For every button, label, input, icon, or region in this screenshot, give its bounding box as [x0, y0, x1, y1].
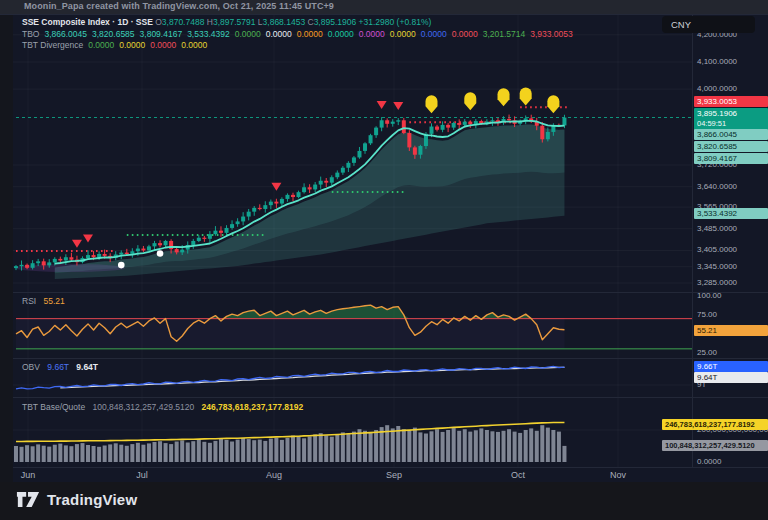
- currency-button[interactable]: CNY: [662, 16, 755, 33]
- obv-badge: 9.66T: [694, 361, 768, 372]
- tbo-value: 3,809.4167: [140, 29, 183, 39]
- tbt-divergence-value: 0.0000: [150, 40, 176, 50]
- tbt-legend[interactable]: TBT Base/Quote 100,848,312,257,429.5120 …: [22, 402, 303, 412]
- rsi-tick: 75.00: [697, 310, 717, 319]
- rsi-tick: 100.00: [697, 291, 721, 300]
- price-tick: 3,640.0000: [697, 182, 737, 191]
- tradingview-logo[interactable]: TradingView: [16, 491, 137, 508]
- footer: TradingView: [0, 482, 768, 520]
- tbt-base-badge: 100,848,312,257,429.5120: [662, 440, 768, 451]
- obv-signal-value: 9.64T: [76, 362, 98, 372]
- tbt-divergence-value: 0.0000: [119, 40, 145, 50]
- tbt-base-value: 100,848,312,257,429.5120: [93, 402, 195, 412]
- tbt-quote-badge: 246,783,618,237,177.8192: [662, 419, 768, 430]
- price-tick: 4,000.0000: [697, 84, 737, 93]
- tbo-value: 3,933.0053: [530, 29, 573, 39]
- bar-countdown: 04:59:51: [697, 119, 768, 129]
- legend: SSE Composite Index · 1D · SSE O3,870.74…: [22, 17, 573, 52]
- open-label: O: [155, 17, 162, 27]
- tbo-value: 0.0000: [297, 29, 323, 39]
- rsi-tick: 25.00: [697, 348, 717, 357]
- tbo-values: 3,866.00453,820.65853,809.41673,533.4392…: [39, 29, 572, 39]
- price-tick: 3,285.0000: [697, 278, 737, 287]
- pane-divider-rsi[interactable]: [13, 292, 768, 293]
- open-value: 3,870.7488: [162, 17, 205, 27]
- price-tick: 4,100.0000: [697, 57, 737, 66]
- time-axis-divider: [13, 467, 768, 468]
- tbo-value: 0.0000: [359, 29, 385, 39]
- high-value: 3,897.5791: [213, 17, 256, 27]
- price-tick: 3,485.0000: [697, 224, 737, 233]
- price-axis-divider: [692, 14, 693, 467]
- obv-value: 9.66T: [47, 362, 69, 372]
- chart-canvas[interactable]: [13, 14, 692, 467]
- change-value: +31.2980 (+0.81%): [359, 17, 432, 27]
- rsi-legend[interactable]: RSI 55.21: [22, 296, 65, 306]
- pane-divider-obv[interactable]: [13, 358, 768, 359]
- rsi-label: RSI: [22, 296, 36, 306]
- price-badge-high: 3,933.0053: [694, 96, 768, 107]
- tbo-badge-2: 3,820.6585: [694, 141, 768, 152]
- tbt-quote-value: 246,783,618,237,177.8192: [202, 402, 304, 412]
- low-value: 3,868.1453: [263, 17, 306, 27]
- month-label: Jun: [21, 470, 36, 480]
- obv-legend[interactable]: OBV 9.66T 9.64T: [22, 362, 98, 372]
- tbo-badge-1: 3,866.0045: [694, 129, 768, 140]
- legend-tbt-divergence-row[interactable]: TBT Divergence0.00000.00000.00000.0000: [22, 40, 573, 52]
- close-value: 3,895.1906: [314, 17, 357, 27]
- tbo-badge-4: 3,533.4392: [694, 208, 768, 219]
- month-label: Sep: [386, 470, 402, 480]
- month-label: Aug: [266, 470, 282, 480]
- tbt-tick: 0.0000: [697, 457, 721, 466]
- tbt-divergence-label: TBT Divergence: [22, 40, 83, 50]
- tbo-value: 0.0000: [328, 29, 354, 39]
- tbt-divergence-value: 0.0000: [88, 40, 114, 50]
- left-margin: [0, 14, 13, 482]
- price-tick: 3,405.0000: [697, 245, 737, 254]
- rsi-value: 55.21: [44, 296, 65, 306]
- obv-signal-badge: 9.64T: [694, 372, 768, 383]
- tbo-value: 0.0000: [266, 29, 292, 39]
- month-label: Nov: [610, 470, 626, 480]
- tbo-value: 0.0000: [390, 29, 416, 39]
- tbt-label: TBT Base/Quote: [22, 402, 85, 412]
- tbo-value: 0.0000: [235, 29, 261, 39]
- obv-label: OBV: [22, 362, 40, 372]
- tbo-value: 3,866.0045: [44, 29, 87, 39]
- tbo-value: 3,820.6585: [92, 29, 135, 39]
- tbt-divergence-value: 0.0000: [181, 40, 207, 50]
- tbo-value: 3,533.4392: [187, 29, 230, 39]
- tradingview-brand-text: TradingView: [47, 491, 137, 508]
- month-label: Oct: [511, 470, 525, 480]
- tbo-label: TBO: [22, 29, 39, 39]
- tbo-value: 0.0000: [421, 29, 447, 39]
- pane-divider-tbt[interactable]: [13, 397, 768, 398]
- header-divider: [0, 14, 768, 15]
- rsi-badge: 55.21: [694, 325, 768, 336]
- tbo-value: 3,201.5714: [483, 29, 526, 39]
- symbol-title: SSE Composite Index · 1D · SSE: [22, 17, 153, 27]
- month-label: Jul: [136, 470, 148, 480]
- legend-tbo-row[interactable]: TBO3,866.00453,820.65853,809.41673,533.4…: [22, 29, 573, 41]
- price-axis[interactable]: [692, 14, 768, 467]
- watermark-text: Moonin_Papa created with TradingView.com…: [24, 1, 334, 11]
- legend-symbol-row[interactable]: SSE Composite Index · 1D · SSE O3,870.74…: [22, 17, 573, 29]
- tbt-divergence-values: 0.00000.00000.00000.0000: [83, 40, 207, 50]
- tbo-badge-3: 3,809.4167: [694, 153, 768, 164]
- tradingview-logo-icon: [16, 491, 40, 508]
- last-price-badge: 3,895.1906 04:59:51: [694, 108, 768, 130]
- last-price-value: 3,895.1906: [697, 109, 768, 119]
- tbo-value: 0.0000: [452, 29, 478, 39]
- price-tick: 3,345.0000: [697, 262, 737, 271]
